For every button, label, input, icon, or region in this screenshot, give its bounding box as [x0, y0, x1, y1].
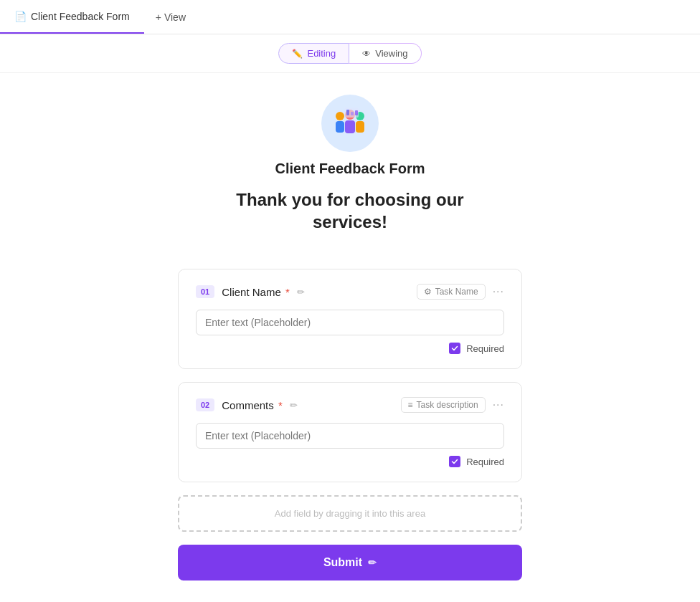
field-label-2: Comments *	[222, 399, 283, 411]
tab-form-label: Client Feedback Form	[31, 11, 130, 22]
field-card-1: 01 Client Name * ✏ ⚙ Task Name ···	[178, 269, 522, 369]
svg-rect-7	[346, 110, 349, 115]
card-header-right-2: ≡ Task description ···	[401, 397, 504, 413]
viewing-mode-button[interactable]: 👁 Viewing	[349, 43, 421, 64]
tab-form[interactable]: 📄 Client Feedback Form	[0, 0, 144, 34]
field-edit-icon-1[interactable]: ✏	[297, 287, 305, 297]
card-header-1: 01 Client Name * ✏ ⚙ Task Name ···	[196, 284, 504, 300]
submit-edit-icon: ✏	[368, 557, 377, 568]
required-row-1: Required	[196, 343, 504, 354]
tab-view-label: View	[164, 11, 186, 23]
drop-zone[interactable]: Add field by dragging it into this area	[178, 495, 522, 532]
mode-bar: ✏️ Editing 👁 Viewing	[0, 34, 700, 73]
header-illustration	[321, 95, 379, 152]
required-row-2: Required	[196, 456, 504, 467]
required-checkbox-1[interactable]	[449, 343, 460, 354]
svg-rect-9	[355, 110, 358, 115]
type-icon-2: ≡	[408, 400, 413, 410]
edit-mode-icon: ✏️	[292, 49, 303, 59]
required-asterisk-1: *	[285, 286, 290, 298]
field-number-2: 02	[196, 398, 214, 411]
svg-point-0	[336, 112, 344, 120]
view-mode-icon: 👁	[362, 49, 371, 59]
field-input-2[interactable]	[196, 423, 504, 449]
card-header-left-2: 02 Comments * ✏	[196, 398, 298, 411]
form-title: Client Feedback Form	[275, 161, 425, 177]
drop-zone-label: Add field by dragging it into this area	[275, 508, 425, 519]
illustration-svg	[327, 100, 373, 146]
type-icon-1: ⚙	[424, 287, 432, 297]
card-header-2: 02 Comments * ✏ ≡ Task description ···	[196, 397, 504, 413]
tab-add-view[interactable]: + View	[144, 0, 197, 34]
field-input-1[interactable]	[196, 310, 504, 335]
field-type-badge-2[interactable]: ≡ Task description	[401, 397, 486, 413]
required-checkbox-2[interactable]	[449, 456, 460, 467]
svg-rect-1	[336, 121, 344, 133]
field-edit-icon-2[interactable]: ✏	[290, 400, 298, 411]
submit-label: Submit	[323, 556, 362, 569]
form-subtitle: Thank you for choosing our services!	[207, 188, 493, 233]
card-header-right-1: ⚙ Task Name ···	[417, 284, 504, 300]
required-asterisk-2: *	[278, 399, 283, 411]
svg-rect-3	[345, 120, 355, 133]
add-icon: +	[156, 11, 161, 23]
submit-button[interactable]: Submit ✏	[178, 545, 522, 580]
required-label-1: Required	[466, 343, 504, 354]
field-label-1: Client Name *	[222, 286, 290, 298]
svg-rect-5	[356, 121, 364, 133]
editing-mode-button[interactable]: ✏️ Editing	[278, 43, 349, 64]
svg-rect-8	[351, 112, 354, 115]
field-type-badge-1[interactable]: ⚙ Task Name	[417, 284, 486, 300]
card-header-left-1: 01 Client Name * ✏	[196, 285, 305, 298]
required-label-2: Required	[466, 457, 504, 467]
form-header: Client Feedback Form Thank you for choos…	[207, 95, 493, 254]
editing-label: Editing	[307, 48, 336, 59]
viewing-label: Viewing	[375, 48, 407, 59]
top-nav: 📄 Client Feedback Form + View	[0, 0, 700, 34]
type-label-1: Task Name	[435, 287, 478, 297]
form-icon: 📄	[14, 11, 27, 22]
more-options-1[interactable]: ···	[493, 285, 504, 298]
field-number-1: 01	[196, 285, 214, 298]
field-card-2: 02 Comments * ✏ ≡ Task description ···	[178, 382, 522, 482]
main-content: Client Feedback Form Thank you for choos…	[0, 73, 700, 602]
more-options-2[interactable]: ···	[493, 398, 504, 411]
type-label-2: Task description	[417, 400, 478, 410]
